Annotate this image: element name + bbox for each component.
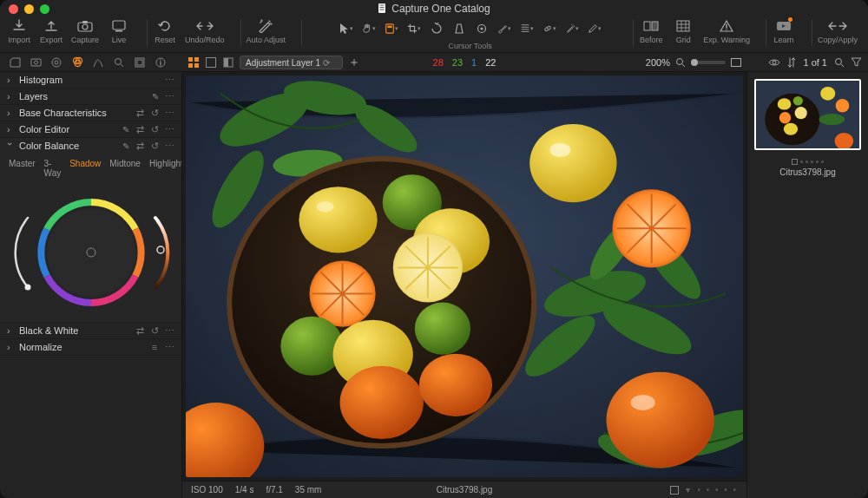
svg-rect-37 (732, 58, 741, 66)
svg-rect-1 (380, 5, 385, 6)
lightness-arc[interactable] (49, 187, 180, 318)
proof-icon[interactable] (222, 56, 234, 69)
tool-color-editor[interactable]: ›Color Editor ✎ ⇄ ↺ ⋯ (0, 121, 181, 137)
capture-tab-icon[interactable] (30, 56, 42, 69)
tool-reset-icon[interactable]: ↺ (149, 325, 160, 336)
svg-point-5 (82, 24, 88, 29)
window-zoom[interactable] (40, 4, 49, 14)
tool-normalize[interactable]: ›Normalize ≡ ⋯ (0, 339, 181, 355)
cb-tab-midtone[interactable]: Midtone (109, 159, 141, 178)
svg-rect-2 (380, 7, 385, 8)
tool-menu-icon[interactable]: ⋯ (164, 141, 174, 151)
tool-menu-icon[interactable]: ⋯ (164, 325, 174, 336)
exposure-warning-button[interactable]: Exp. Warning (703, 18, 750, 44)
heal-tool-icon[interactable]: ▾ (542, 22, 556, 36)
adjustments-tab-icon[interactable] (134, 56, 146, 69)
tool-menu-icon[interactable]: ⋯ (164, 342, 174, 352)
browser-filter-icon[interactable] (852, 57, 861, 67)
color-tag[interactable] (670, 486, 679, 495)
tool-menu-icon[interactable]: ⋯ (164, 91, 174, 102)
svg-rect-14 (644, 22, 650, 30)
tool-copy-icon[interactable]: ⇄ (135, 108, 145, 118)
hand-tool-icon[interactable]: ▾ (362, 22, 376, 36)
image-canvas[interactable] (182, 72, 746, 481)
svg-rect-9 (385, 24, 393, 33)
reset-button[interactable]: Reset (153, 18, 177, 44)
metadata-tab-icon[interactable] (155, 56, 167, 69)
live-button[interactable]: Live (107, 18, 131, 44)
grid-button[interactable]: Grid (671, 18, 695, 44)
before-after-button[interactable]: Before (639, 18, 663, 44)
svg-point-25 (115, 58, 122, 64)
tool-histogram[interactable]: ›Histogram ⋯ (0, 72, 181, 88)
svg-point-38 (773, 61, 776, 64)
tool-black-white[interactable]: ›Black & White ⇄ ↺ ⋯ (0, 323, 181, 338)
add-layer-icon[interactable]: ＋ (348, 56, 360, 69)
tool-menu-icon[interactable]: ⋯ (164, 124, 174, 134)
zoom-level[interactable]: 200% (646, 57, 670, 68)
tool-copy-icon[interactable]: ⇄ (135, 141, 145, 151)
svg-point-83 (784, 123, 798, 135)
svg-point-78 (765, 94, 819, 146)
browser-search-icon[interactable] (834, 57, 845, 68)
thumbnail[interactable] (754, 79, 861, 150)
learn-button[interactable]: Learn (772, 18, 796, 44)
svg-point-36 (677, 58, 683, 64)
window-close[interactable] (9, 4, 18, 14)
svg-rect-29 (188, 57, 193, 62)
cb-tab-3way[interactable]: 3-Way (44, 159, 62, 178)
view-mode-multi-icon[interactable] (187, 56, 200, 69)
tool-copy-icon[interactable]: ⇄ (135, 124, 145, 134)
mask-brush-tool-icon[interactable]: ▾ (497, 22, 511, 36)
zoom-search-icon[interactable] (675, 57, 686, 68)
copy-apply-button[interactable]: Copy/Apply (818, 18, 858, 44)
tool-preset-icon[interactable]: ≡ (149, 342, 160, 352)
cb-tab-shadow[interactable]: Shadow (69, 159, 101, 178)
svg-point-81 (778, 98, 792, 109)
titlebar: Capture One Catalog (0, 0, 868, 17)
pointer-tool-icon[interactable]: ▾ (339, 22, 353, 36)
svg-point-79 (779, 112, 791, 123)
exposure-tab-icon[interactable] (92, 56, 104, 69)
tool-menu-icon[interactable]: ⋯ (164, 108, 174, 118)
keystone-tool-icon[interactable] (452, 22, 466, 36)
capture-button[interactable]: Capture (71, 18, 99, 44)
svg-rect-6 (82, 21, 88, 23)
tool-reset-icon[interactable]: ↺ (149, 141, 160, 151)
auto-adjust-button[interactable]: Auto Adjust (247, 18, 286, 44)
cb-tab-master[interactable]: Master (9, 159, 36, 178)
library-tab-icon[interactable] (9, 56, 21, 69)
zoom-fit-icon[interactable] (731, 58, 741, 67)
zoom-slider[interactable] (691, 61, 726, 64)
preview-toggle-icon[interactable] (768, 58, 780, 67)
cb-tab-highlight[interactable]: Highlight (149, 159, 182, 178)
magic-brush-tool-icon[interactable]: ▾ (565, 22, 579, 36)
tool-menu-icon[interactable]: ⋯ (164, 75, 174, 85)
lens-tab-icon[interactable] (50, 56, 62, 69)
spot-tool-icon[interactable] (475, 22, 489, 36)
details-tab-icon[interactable] (113, 56, 125, 69)
tool-base-characteristics[interactable]: ›Base Characteristics ⇄ ↺ ⋯ (0, 105, 181, 121)
view-mode-single-icon[interactable] (205, 56, 217, 69)
window-minimize[interactable] (24, 4, 34, 14)
loupe-tool-icon[interactable]: ▾ (385, 22, 398, 36)
star-rating[interactable]: • • • • • (697, 485, 738, 495)
layer-selector[interactable]: Adjustment Layer 1 ⟳ (240, 56, 343, 69)
undo-redo-button[interactable]: Undo/Redo (185, 18, 225, 44)
svg-point-73 (607, 372, 714, 468)
svg-rect-30 (194, 57, 199, 62)
tool-reset-icon[interactable]: ↺ (149, 124, 160, 134)
crop-tool-icon[interactable]: ▾ (407, 22, 421, 36)
tool-color-balance[interactable]: › Color Balance ✎ ⇄ ↺ ⋯ (0, 138, 181, 154)
gradient-mask-tool-icon[interactable]: ▾ (520, 22, 534, 36)
tool-reset-icon[interactable]: ↺ (149, 108, 160, 118)
rotate-tool-icon[interactable] (430, 22, 444, 36)
color-tab-icon[interactable] (71, 56, 83, 69)
import-button[interactable]: Import (7, 18, 31, 44)
browser-sort-icon[interactable] (787, 57, 796, 68)
annotate-tool-icon[interactable]: ▾ (588, 22, 602, 36)
tool-copy-icon[interactable]: ⇄ (135, 325, 145, 336)
thumbnail-rating[interactable] (747, 159, 868, 165)
tool-layers[interactable]: ›Layers ✎ ⋯ (0, 88, 181, 104)
export-button[interactable]: Export (39, 18, 63, 44)
